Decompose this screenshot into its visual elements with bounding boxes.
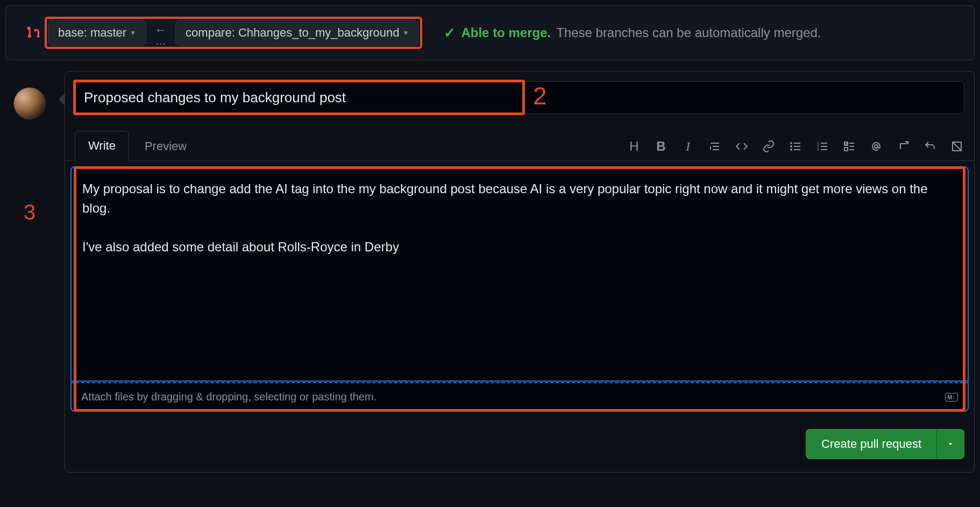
tab-preview[interactable]: Preview <box>131 131 200 161</box>
attach-hint-text: Attach files by dragging & dropping, sel… <box>81 391 377 403</box>
link-icon[interactable] <box>761 139 776 154</box>
merge-able-text: Able to merge. <box>461 25 551 40</box>
unordered-list-icon[interactable] <box>788 139 803 154</box>
task-list-icon[interactable] <box>842 139 857 154</box>
heading-icon[interactable]: H <box>627 139 642 154</box>
compare-branch-selector[interactable]: compare: Chhanges_to_my_background ▼ <box>175 20 419 46</box>
pr-compose-box: 2 Write Preview H B I 123 <box>65 71 975 473</box>
caret-down-icon: ▼ <box>130 29 136 37</box>
pr-title-input[interactable] <box>75 81 964 114</box>
check-icon: ✓ <box>444 25 456 41</box>
quote-icon[interactable] <box>707 139 722 154</box>
annotation-label-2: 2 <box>533 81 547 110</box>
mention-icon[interactable] <box>869 139 884 154</box>
merge-detail-text: These branches can be automatically merg… <box>556 25 821 40</box>
bold-icon[interactable]: B <box>654 139 669 154</box>
merge-status: ✓ Able to merge. These branches can be a… <box>444 25 821 41</box>
markdown-toolbar: H B I 123 <box>627 139 964 160</box>
author-avatar[interactable] <box>13 87 46 119</box>
create-pull-request-button[interactable]: Create pull request <box>806 429 936 459</box>
annotation-box-1: base: master ▼ ← … compare: Chhanges_to_… <box>45 17 422 49</box>
git-pull-request-icon <box>26 25 39 41</box>
svg-rect-7 <box>844 147 848 151</box>
svg-point-0 <box>791 143 792 144</box>
reply-icon[interactable] <box>922 139 938 154</box>
svg-point-2 <box>791 149 792 150</box>
attach-files-row[interactable]: Attach files by dragging & dropping, sel… <box>70 382 969 412</box>
svg-point-1 <box>791 146 792 147</box>
compare-branch-label: compare: Chhanges_to_my_background <box>186 26 399 40</box>
create-pull-request-dropdown[interactable] <box>936 429 964 459</box>
pr-body-textarea[interactable] <box>70 166 969 382</box>
markdown-supported-icon[interactable]: M↓ <box>945 393 958 402</box>
svg-text:3: 3 <box>817 147 819 151</box>
italic-icon[interactable]: I <box>680 139 695 154</box>
compose-tabs: Write Preview <box>75 130 200 160</box>
tab-write[interactable]: Write <box>75 131 129 161</box>
caret-down-icon: ▼ <box>403 29 409 37</box>
cross-reference-icon[interactable] <box>896 139 911 154</box>
create-pull-request-group: Create pull request <box>806 429 964 459</box>
fullscreen-icon[interactable] <box>949 139 964 154</box>
ordered-list-icon[interactable]: 123 <box>815 139 830 154</box>
branch-compare-bar: base: master ▼ ← … compare: Chhanges_to_… <box>5 5 975 60</box>
code-icon[interactable] <box>734 139 749 154</box>
compare-arrow-icon: ← … <box>153 23 169 43</box>
base-branch-label: base: master <box>58 26 126 40</box>
annotation-label-3: 3 <box>24 200 35 224</box>
base-branch-selector[interactable]: base: master ▼ <box>48 20 146 46</box>
